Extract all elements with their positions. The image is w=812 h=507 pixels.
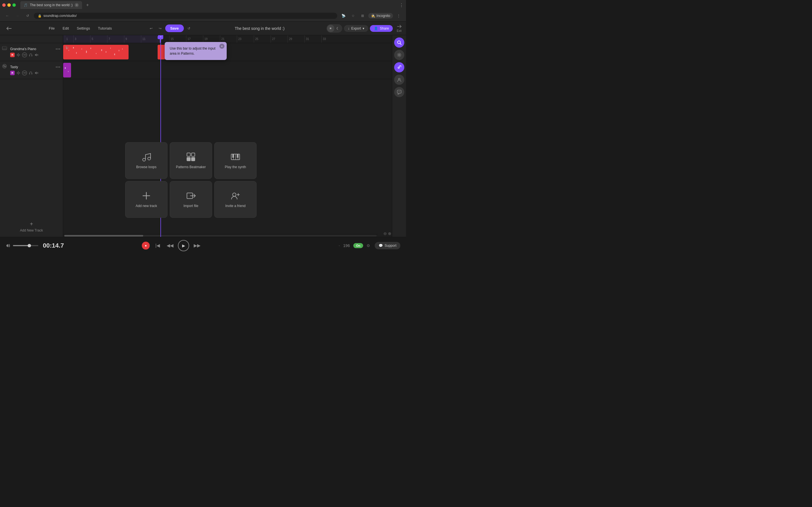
svg-point-30 <box>399 92 400 92</box>
transport-settings-icon[interactable]: ⚙ <box>366 243 370 248</box>
piano-clip-small[interactable] <box>158 45 165 59</box>
track-item: Grandma's Piano ••• R Vol <box>0 43 63 61</box>
browser-menu-btn[interactable]: ⋮ <box>395 12 403 20</box>
invite-friend-card[interactable]: Invite a friend <box>214 181 257 218</box>
import-file-card[interactable]: Import file <box>170 181 212 218</box>
transport-controls: ● |◀ ◀◀ ▶ ▶▶ <box>142 240 202 251</box>
tasty-clip[interactable] <box>63 63 71 77</box>
mute-icon-piano[interactable] <box>35 53 38 57</box>
back-to-dashboard-btn[interactable] <box>4 24 13 33</box>
redo-btn[interactable]: ↪ <box>156 24 164 33</box>
track-more-btn-piano[interactable]: ••• <box>56 47 61 51</box>
midi-icon-tasty[interactable] <box>16 71 20 75</box>
play-the-synth-card[interactable]: Play the synth <box>214 142 257 179</box>
exit-btn[interactable]: Exit <box>397 24 402 33</box>
track-item: Tasty ••• R Vol <box>0 61 63 79</box>
timeline-track-row-tasty <box>63 61 392 79</box>
cast-icon[interactable]: 📡 <box>340 12 347 20</box>
url-text: soundtrap.com/studio/ <box>43 14 77 18</box>
export-label: Export <box>351 26 361 31</box>
action-cards-grid: Browse loops Patterns Beatmaker <box>125 142 257 218</box>
add-track-btn[interactable]: + Add New Track <box>0 216 63 237</box>
volume-knob-tasty[interactable]: Vol <box>22 70 27 75</box>
light-theme-btn[interactable]: ☀ <box>327 25 335 32</box>
mute-icon-tasty[interactable] <box>35 71 38 75</box>
ruler-mark: 27 <box>271 35 288 43</box>
back-btn[interactable]: ← <box>3 12 11 20</box>
ruler-mark: 33 <box>321 35 338 43</box>
tab-bar: 🎵 The best song in the world :) × + ⋮ <box>0 0 406 10</box>
support-label: Support <box>385 244 396 247</box>
support-btn[interactable]: 💬 Support <box>375 242 400 249</box>
save-button[interactable]: Save <box>165 24 184 32</box>
zoom-in-btn[interactable]: ⊕ <box>388 231 391 236</box>
svg-point-27 <box>398 78 400 80</box>
record-btn-piano[interactable]: R <box>10 53 15 57</box>
headphone-icon-tasty[interactable] <box>29 71 33 75</box>
tab-more-btn[interactable]: ⋮ <box>399 3 404 8</box>
record-btn[interactable]: ● <box>142 242 150 249</box>
speaker-icon[interactable] <box>6 243 11 248</box>
dark-theme-btn[interactable]: ☾ <box>335 25 342 32</box>
record-btn-tasty[interactable]: R <box>10 71 15 75</box>
toolbar-menu: File Edit Settings Tutorials <box>15 25 146 32</box>
svg-rect-15 <box>187 158 190 161</box>
sidebar-person-btn[interactable] <box>394 75 404 85</box>
playhead-handle[interactable]: × <box>158 35 163 39</box>
track-more-btn-tasty[interactable]: ••• <box>56 65 61 69</box>
headphone-icon-piano[interactable] <box>29 53 33 57</box>
timeline-scrollbar[interactable] <box>63 234 378 237</box>
maximize-window-btn[interactable] <box>12 3 16 7</box>
toolbar-right: ☀ ☾ ↓ Export ▾ 👤 Share Exit <box>326 24 402 33</box>
play-btn[interactable]: ▶ <box>178 240 189 251</box>
track-panel: Grandma's Piano ••• R Vol <box>0 35 63 237</box>
tab-close-btn[interactable]: × <box>75 3 79 7</box>
extensions-icon[interactable]: ⊞ <box>359 12 366 20</box>
sidebar-settings-btn[interactable] <box>394 50 404 60</box>
repeat-icon[interactable]: ↻ <box>65 45 69 50</box>
address-bar[interactable]: 🔒 soundtrap.com/studio/ <box>34 13 337 19</box>
close-icon: × <box>160 36 161 38</box>
share-btn[interactable]: 👤 Share <box>370 25 393 32</box>
scrollbar-thumb[interactable] <box>64 235 143 237</box>
bookmark-icon[interactable]: ☆ <box>349 12 357 20</box>
file-menu[interactable]: File <box>45 25 58 32</box>
svg-point-26 <box>398 54 400 56</box>
svg-rect-16 <box>192 158 195 161</box>
browse-loops-card[interactable]: Browse loops <box>125 142 167 179</box>
edit-menu[interactable]: Edit <box>59 25 72 32</box>
undo-btn[interactable]: ↩ <box>147 24 155 33</box>
go-to-start-btn[interactable]: |◀ <box>153 241 162 250</box>
add-new-track-card[interactable]: Add new track <box>125 181 167 218</box>
new-tab-btn[interactable]: + <box>84 1 91 9</box>
sidebar-music-note-btn[interactable] <box>394 62 404 72</box>
sidebar-chat-btn[interactable] <box>394 87 404 97</box>
rewind-btn[interactable]: ◀◀ <box>165 241 174 250</box>
volume-knob-piano[interactable]: Vol <box>22 52 27 57</box>
piano-clip[interactable] <box>63 45 129 59</box>
minimize-window-btn[interactable] <box>7 3 11 7</box>
volume-slider[interactable] <box>13 245 38 246</box>
forward-btn[interactable]: → <box>13 12 21 20</box>
export-btn[interactable]: ↓ Export ▾ <box>344 25 368 32</box>
settings-menu[interactable]: Settings <box>73 25 93 32</box>
svg-rect-3 <box>6 47 6 48</box>
incognito-btn[interactable]: 🕵 Incognito <box>368 13 393 18</box>
svg-point-31 <box>400 92 400 92</box>
zoom-out-btn[interactable]: ⊖ <box>384 231 387 236</box>
metronome-on-btn[interactable]: On <box>353 243 363 248</box>
tooltip-close-btn[interactable]: × <box>219 44 224 49</box>
tutorials-menu[interactable]: Tutorials <box>94 25 115 32</box>
import-icon <box>186 191 196 201</box>
close-window-btn[interactable] <box>2 3 6 7</box>
midi-icon-piano[interactable] <box>16 53 20 57</box>
sidebar-search-btn[interactable] <box>394 38 404 48</box>
music-note-icon <box>141 152 151 162</box>
sync-btn[interactable]: ↺ <box>185 24 193 33</box>
volume-thumb <box>28 244 31 247</box>
active-tab[interactable]: 🎵 The best song in the world :) × <box>20 1 82 9</box>
song-title: The best song in the world :) <box>194 26 325 31</box>
refresh-btn[interactable]: ↺ <box>24 12 32 20</box>
patterns-beatmaker-card[interactable]: Patterns Beatmaker <box>170 142 212 179</box>
fast-forward-btn[interactable]: ▶▶ <box>193 241 202 250</box>
